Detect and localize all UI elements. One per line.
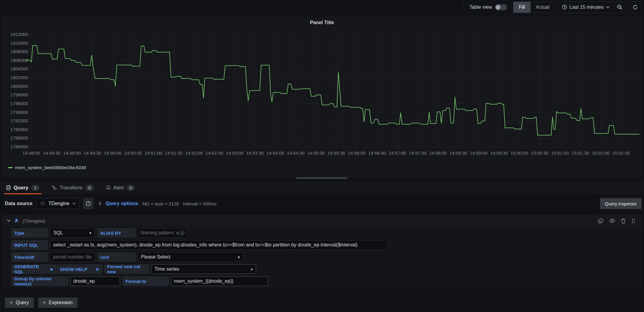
show-help-label: SHOW HELP	[60, 267, 87, 272]
x-axis-tick-label: 14:55:30	[328, 150, 345, 156]
help-icon: ?	[86, 201, 91, 206]
eye-icon	[609, 219, 615, 223]
group-by-input[interactable]	[70, 276, 120, 286]
x-axis-tick-label: 14:58:00	[429, 150, 447, 156]
series-line	[26, 46, 639, 135]
x-axis-tick-label: 14:49:30	[84, 150, 101, 156]
query-row-header[interactable]: A (TDengine)	[3, 215, 641, 226]
chevron-down-icon	[606, 6, 610, 8]
max-datapoints-text: MD = auto = 2128	[142, 201, 179, 206]
refresh-group	[629, 2, 642, 13]
tab-transform-label: Transform	[59, 185, 83, 191]
x-axis-tick-label: 14:53:30	[246, 150, 264, 156]
table-view-group: Table view	[466, 4, 510, 10]
y-axis-tick-label: 1812000	[11, 32, 28, 37]
x-axis-tick-label: 14:54:00	[267, 150, 284, 156]
timeshift-input[interactable]	[50, 252, 95, 262]
bell-icon	[106, 185, 111, 190]
transform-icon	[52, 185, 57, 190]
toolbar-divider	[463, 3, 463, 11]
chevron-right-icon[interactable]	[99, 202, 101, 205]
form-row-type: Type SQL▾ ALIAS BY	[11, 228, 641, 238]
top-toolbar: Table view Fill Actual Last 15 minutes	[0, 0, 644, 14]
clock-icon	[562, 5, 567, 10]
query-inspector-button[interactable]: Query inspector	[600, 198, 642, 209]
datasource-value: TDengine	[49, 201, 69, 206]
collapse-chevron-icon[interactable]	[7, 220, 11, 222]
query-options-link[interactable]: Query options	[106, 201, 138, 206]
show-help-button[interactable]: SHOW HELP▶	[57, 264, 102, 274]
type-select[interactable]: SQL▾	[50, 228, 95, 238]
y-axis-tick-label: 1792000	[11, 118, 28, 123]
chart-legend: mem_system_bee006bbe28a:6030	[3, 165, 641, 170]
delete-query-button[interactable]	[621, 218, 626, 224]
time-picker-group: Last 15 minutes	[558, 2, 626, 13]
time-range-picker[interactable]: Last 15 minutes	[558, 5, 613, 10]
fill-option[interactable]: Fill	[513, 2, 530, 13]
add-query-button[interactable]: + Query	[5, 298, 34, 308]
timeshift-label: Timeshift	[11, 252, 48, 262]
type-label: Type	[11, 228, 48, 238]
query-form: Type SQL▾ ALIAS BY INPUT SQL Timeshift U…	[3, 226, 641, 286]
unit-select[interactable]: Please Select▾	[138, 252, 243, 262]
table-view-label: Table view	[469, 5, 492, 10]
form-row-input-sql: INPUT SQL	[11, 240, 641, 250]
y-axis-tick-label: 1786000	[11, 144, 28, 149]
y-axis-tick-label: 1802000	[11, 75, 28, 80]
interval-text: Interval = 500ms	[183, 201, 217, 206]
caret-down-icon: ▾	[238, 255, 240, 259]
database-icon	[6, 185, 11, 190]
actual-option[interactable]: Actual	[531, 2, 555, 13]
tab-transform[interactable]: Transform 0	[50, 181, 96, 194]
x-axis-tick-label: 14:52:00	[185, 150, 203, 156]
panel-title[interactable]: Panel Title	[3, 18, 641, 28]
unit-select-value: Please Select	[141, 254, 170, 260]
x-axis-tick-label: 15:00:00	[510, 150, 528, 156]
format-select[interactable]: Time series▾	[151, 264, 256, 274]
y-axis-tick-label: 1794000	[11, 110, 28, 115]
x-axis-tick-label: 14:51:00	[144, 150, 162, 156]
duplicate-query-button[interactable]	[598, 218, 603, 224]
plus-icon: +	[43, 300, 46, 306]
toggle-knob	[496, 5, 500, 10]
add-expression-label: Expression	[49, 300, 72, 305]
chevron-right-icon: ▶	[97, 267, 99, 271]
x-axis-tick-label: 14:53:00	[226, 150, 243, 156]
panel-resize-handle[interactable]	[296, 177, 347, 179]
format-to-input[interactable]	[171, 276, 268, 286]
x-axis-tick-label: 14:50:00	[104, 150, 121, 156]
form-row-group-by: Group by column name(s) Format to	[11, 276, 641, 286]
timeseries-panel: Panel Title 1786000178800017900001792000…	[2, 17, 642, 176]
plus-icon: +	[10, 300, 13, 306]
alias-by-label: ALIAS BY	[97, 228, 136, 238]
zoom-out-icon	[617, 4, 623, 10]
x-axis-tick-label: 14:52:30	[205, 150, 223, 156]
drag-handle[interactable]	[632, 218, 635, 224]
y-axis-tick-label: 1810000	[11, 40, 28, 46]
caret-down-icon: ▾	[89, 231, 91, 235]
tab-alert[interactable]: Alert 0	[104, 181, 137, 194]
input-sql-input[interactable]	[50, 240, 388, 250]
query-ref-id[interactable]: A	[15, 218, 18, 224]
format-label: Format new col new	[104, 264, 149, 274]
hide-query-button[interactable]	[609, 219, 615, 223]
legend-series-label[interactable]: mem_system_bee006bbe28a:6030	[15, 165, 86, 170]
tab-query[interactable]: Query 1	[4, 181, 41, 194]
table-view-toggle[interactable]	[495, 4, 507, 10]
datasource-picker[interactable]: TDengine	[36, 198, 80, 209]
y-axis-tick-label: 1788000	[11, 135, 28, 140]
legend-series-swatch[interactable]	[8, 167, 13, 168]
y-axis-tick-label: 1806000	[11, 58, 28, 63]
alias-by-input[interactable]	[138, 228, 187, 238]
x-axis-tick-label: 14:48:30	[43, 150, 60, 156]
generate-sql-button[interactable]: GENERATE SQL▶	[11, 264, 56, 274]
zoom-out-button[interactable]	[614, 2, 626, 13]
datasource-help-button[interactable]: ?	[83, 198, 94, 209]
refresh-button[interactable]	[629, 2, 641, 13]
datasource-label: Data source	[5, 201, 33, 206]
add-expression-button[interactable]: + Expression	[38, 298, 78, 308]
y-axis-tick-label: 1808000	[11, 49, 28, 54]
grip-dots-icon	[632, 218, 635, 224]
tdengine-logo-icon	[40, 201, 46, 206]
copy-icon	[598, 218, 603, 224]
